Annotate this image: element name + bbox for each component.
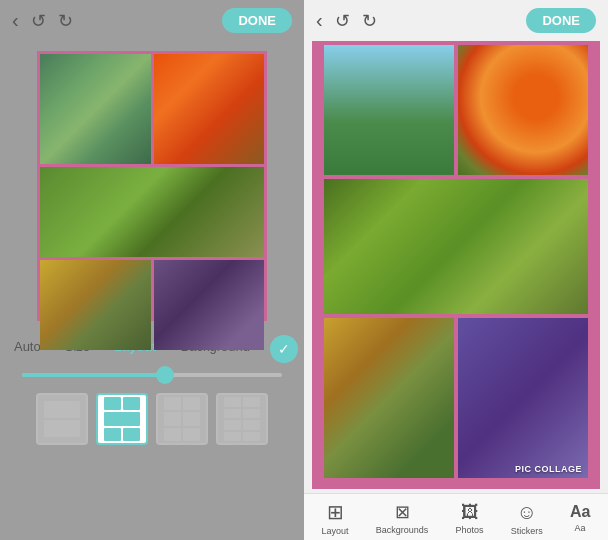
- right-panel: ‹ ↺ ↻ DONE PIC COLLAGE ⊞ Layout ⊠ Backgr…: [304, 0, 608, 540]
- toolbar-photos-label: Photos: [456, 525, 484, 535]
- confirm-button[interactable]: ✓: [270, 335, 298, 363]
- lg-cell-16: [224, 409, 241, 419]
- right-back-button[interactable]: ‹: [316, 9, 323, 32]
- backgrounds-icon: ⊠: [395, 501, 410, 523]
- layout-slider-track: [22, 373, 282, 377]
- left-cell-leaf[interactable]: [40, 167, 264, 257]
- layout-grid-preview-1: [44, 401, 80, 437]
- right-header: ‹ ↺ ↻ DONE: [304, 0, 608, 41]
- left-cell-landscape[interactable]: [40, 54, 151, 164]
- right-bottom-toolbar: ⊞ Layout ⊠ Backgrounds 🖼 Photos ☺ Sticke…: [304, 493, 608, 540]
- toolbar-photos[interactable]: 🖼 Photos: [456, 502, 484, 535]
- toolbar-backgrounds-label: Backgrounds: [376, 525, 429, 535]
- lg-cell-18: [224, 420, 241, 430]
- lg-cell-3: [104, 397, 121, 410]
- lg-cell-15: [243, 397, 260, 407]
- left-cell-flower[interactable]: [154, 54, 265, 164]
- lg-cell-19: [243, 420, 260, 430]
- layout-grid-preview-3: [164, 397, 200, 441]
- right-done-button[interactable]: DONE: [526, 8, 596, 33]
- main-cell-purple[interactable]: PIC COLLAGE: [458, 318, 588, 478]
- lg-cell-7: [123, 428, 140, 441]
- photos-icon: 🖼: [461, 502, 479, 523]
- left-back-button[interactable]: ‹: [12, 9, 19, 32]
- toolbar-text-label: Aa: [575, 523, 586, 533]
- right-undo-icon[interactable]: ↺: [335, 10, 350, 32]
- main-cell-flower[interactable]: [458, 45, 588, 175]
- lg-cell-8: [164, 397, 181, 410]
- toolbar-text[interactable]: Aa Aa: [570, 503, 590, 533]
- left-cell-mushroom[interactable]: [40, 260, 151, 350]
- layout-icon: ⊞: [327, 500, 344, 524]
- left-nav-icons: ‹ ↺ ↻: [12, 9, 73, 32]
- text-icon: Aa: [570, 503, 590, 521]
- left-panel: ‹ ↺ ↻ DONE Auto Size Layout Background ✓: [0, 0, 304, 540]
- main-cell-mushroom[interactable]: [324, 318, 454, 478]
- lg-cell-20: [224, 432, 241, 442]
- main-collage: PIC COLLAGE: [312, 41, 600, 489]
- slider-thumb[interactable]: [156, 366, 174, 384]
- layout-options: [0, 385, 304, 453]
- left-cell-purple[interactable]: [154, 260, 265, 350]
- lg-cell-2: [44, 420, 80, 437]
- layout-option-1[interactable]: [36, 393, 88, 445]
- lg-cell-9: [183, 397, 200, 410]
- main-cell-landscape[interactable]: [324, 45, 454, 175]
- layout-option-3[interactable]: [156, 393, 208, 445]
- layout-option-4[interactable]: [216, 393, 268, 445]
- layout-slider-container: [22, 369, 282, 385]
- layout-option-2[interactable]: [96, 393, 148, 445]
- lg-cell-13: [183, 428, 200, 441]
- toolbar-layout-label: Layout: [322, 526, 349, 536]
- toolbar-stickers-label: Stickers: [511, 526, 543, 536]
- toolbar-stickers[interactable]: ☺ Stickers: [511, 501, 543, 536]
- lg-cell-17: [243, 409, 260, 419]
- check-icon: ✓: [278, 341, 290, 357]
- toolbar-backgrounds[interactable]: ⊠ Backgrounds: [376, 501, 429, 535]
- left-undo-icon[interactable]: ↺: [31, 10, 46, 32]
- lg-cell-4: [123, 397, 140, 410]
- layout-grid-preview-4: [224, 397, 260, 441]
- lg-cell-10: [164, 412, 181, 425]
- layout-grid-preview-2: [104, 397, 140, 441]
- lg-cell-14: [224, 397, 241, 407]
- lg-cell-21: [243, 432, 260, 442]
- right-redo-icon[interactable]: ↻: [362, 10, 377, 32]
- slider-fill: [22, 373, 165, 377]
- toolbar-layout[interactable]: ⊞ Layout: [322, 500, 349, 536]
- watermark-text: PIC COLLAGE: [515, 464, 582, 474]
- stickers-icon: ☺: [517, 501, 537, 524]
- left-header: ‹ ↺ ↻ DONE: [0, 0, 304, 41]
- lg-cell-1: [44, 401, 80, 418]
- left-redo-icon[interactable]: ↻: [58, 10, 73, 32]
- lg-cell-5: [104, 412, 140, 425]
- lg-cell-11: [183, 412, 200, 425]
- lg-cell-6: [104, 428, 121, 441]
- left-done-button[interactable]: DONE: [222, 8, 292, 33]
- lg-cell-12: [164, 428, 181, 441]
- left-collage-preview: [37, 51, 267, 321]
- right-nav-icons: ‹ ↺ ↻: [316, 9, 377, 32]
- main-cell-leaf[interactable]: [324, 179, 588, 314]
